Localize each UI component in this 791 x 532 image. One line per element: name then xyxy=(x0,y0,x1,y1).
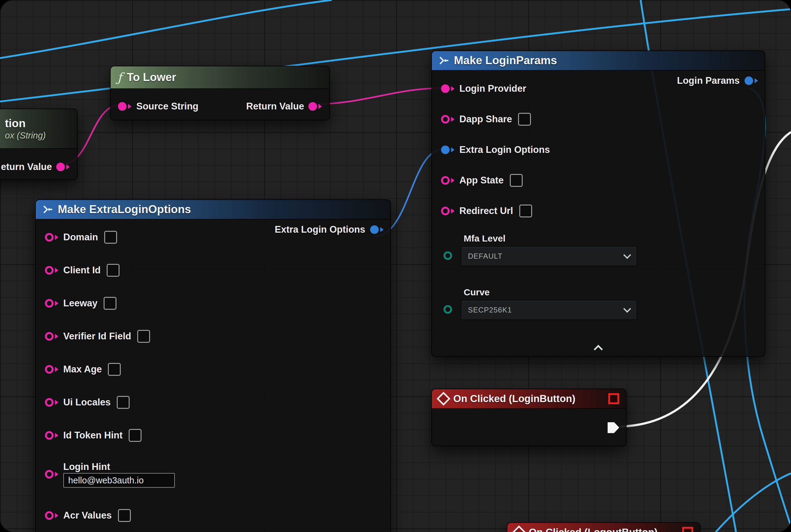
pin-source-string[interactable] xyxy=(118,102,127,111)
graph-canvas[interactable]: tion ox (String) eturn Value ƒ To Lower … xyxy=(0,0,791,532)
node-header[interactable]: ƒ To Lower xyxy=(111,66,329,89)
pin-label: Extra Login Options xyxy=(275,224,365,235)
pin-acr-values[interactable] xyxy=(45,511,54,520)
pin-row-redirect-url: Redirect Url xyxy=(432,201,765,221)
chevron-up-icon xyxy=(594,345,603,354)
pin-label: Acr Values xyxy=(63,510,112,521)
pin-redirect-url[interactable] xyxy=(441,207,449,215)
pin-login-params-output[interactable] xyxy=(745,76,753,85)
checkbox-client-id[interactable] xyxy=(107,264,119,277)
pin-label: Login Params xyxy=(677,75,740,86)
node-make-extraloginoptions[interactable]: Make ExtraLoginOptions Domain Client Id … xyxy=(35,200,391,532)
pin-label: Id Token Hint xyxy=(63,430,122,441)
node-make-loginparams[interactable]: Make LoginParams Login Provider Dapp Sha… xyxy=(431,51,765,357)
make-struct-icon xyxy=(42,204,53,215)
pin-wedge-icon xyxy=(55,268,58,273)
pin-label: Dapp Share xyxy=(459,114,512,125)
node-header[interactable]: On Clicked (LoginButton) xyxy=(432,389,626,409)
checkbox-id-token-hint[interactable] xyxy=(129,429,141,442)
wire-cyan-top-left[interactable] xyxy=(0,0,332,58)
node-subtitle: ox (String) xyxy=(5,131,46,141)
checkbox-acr-values[interactable] xyxy=(118,509,131,522)
delegate-pin-icon[interactable] xyxy=(608,393,619,404)
pin-domain[interactable] xyxy=(45,233,54,242)
node-onclicked-logoutbutton[interactable]: On Clicked (LogoutButton) xyxy=(507,522,700,532)
pin-label: eturn Value xyxy=(1,162,52,172)
checkbox-verifier-id-field[interactable] xyxy=(137,330,150,343)
pin-verifier-id-field[interactable] xyxy=(45,332,54,341)
pin-wedge-icon xyxy=(55,301,58,306)
node-header[interactable]: On Clicked (LogoutButton) xyxy=(507,523,700,532)
pin-extra-login-options-output[interactable] xyxy=(370,225,379,234)
wire-cyan-bottom-corner[interactable] xyxy=(716,473,791,532)
pin-wedge-icon xyxy=(451,86,455,91)
pin-wedge-icon xyxy=(451,117,455,122)
pin-client-id[interactable] xyxy=(45,266,54,274)
checkbox-dapp-share[interactable] xyxy=(518,113,531,126)
node-collapse-button[interactable] xyxy=(432,343,765,353)
event-diamond-icon xyxy=(512,525,526,532)
node-title: On Clicked (LoginButton) xyxy=(453,393,576,404)
pin-return-value-output[interactable] xyxy=(56,163,65,171)
pin-row-leeway: Leeway xyxy=(36,293,390,314)
wire-string-tolower-loginprovider[interactable] xyxy=(312,88,443,104)
pin-login-hint[interactable] xyxy=(45,470,54,478)
chevron-down-icon xyxy=(623,251,631,259)
pin-extra-login-options-input[interactable] xyxy=(441,146,449,154)
pin-curve[interactable] xyxy=(443,305,452,314)
pin-dapp-share[interactable] xyxy=(441,115,449,124)
pin-label: Source String xyxy=(136,101,198,112)
dropdown-value: SECP256K1 xyxy=(468,306,512,314)
checkbox-ui-locales[interactable] xyxy=(117,396,130,409)
exec-output-pin[interactable] xyxy=(607,422,619,433)
pin-mfa-level[interactable] xyxy=(443,251,452,260)
pin-wedge-icon xyxy=(55,400,58,405)
pin-row-extra-login-options-in: Extra Login Options xyxy=(432,140,765,160)
checkbox-redirect-url[interactable] xyxy=(519,205,532,217)
pin-ui-locales[interactable] xyxy=(45,398,54,407)
pin-wedge-icon xyxy=(55,367,58,372)
pin-row-id-token-hint: Id Token Hint xyxy=(36,425,390,445)
curve-dropdown[interactable]: SECP256K1 xyxy=(461,300,637,320)
pin-row-login-params-out: Login Params xyxy=(677,71,758,91)
pin-row-ui-locales: Ui Locales xyxy=(36,392,390,413)
pin-label: Login Provider xyxy=(459,83,526,94)
pin-label: Redirect Url xyxy=(459,206,513,216)
pin-wedge-icon xyxy=(55,513,58,518)
pin-label: Mfa Level xyxy=(464,232,765,245)
pin-return-value[interactable] xyxy=(308,102,317,111)
pin-wedge-icon xyxy=(55,472,58,477)
pin-row-max-age: Max Age xyxy=(36,359,390,379)
node-header[interactable]: Make ExtraLoginOptions xyxy=(36,200,390,220)
node-body xyxy=(432,409,626,446)
pin-id-token-hint[interactable] xyxy=(45,431,54,440)
node-to-lower[interactable]: ƒ To Lower Source String Return Value xyxy=(110,66,330,120)
pin-login-provider[interactable] xyxy=(441,84,449,93)
node-header[interactable]: tion ox (String) xyxy=(0,109,77,149)
node-header[interactable]: Make LoginParams xyxy=(432,51,765,71)
checkbox-max-age[interactable] xyxy=(108,363,121,376)
pin-app-state[interactable] xyxy=(441,176,449,185)
node-title: tion xyxy=(5,117,26,130)
pin-label: Extra Login Options xyxy=(459,144,550,155)
pin-label: App State xyxy=(459,175,504,186)
pin-row-app-state: App State xyxy=(432,170,765,190)
pin-leeway[interactable] xyxy=(45,299,54,308)
login-hint-input[interactable] xyxy=(63,473,175,488)
make-struct-icon xyxy=(439,55,449,66)
checkbox-app-state[interactable] xyxy=(510,174,523,187)
node-textbox-partial[interactable]: tion ox (String) eturn Value xyxy=(0,109,78,180)
pin-row-verifier-id-field: Verifier Id Field xyxy=(36,326,390,346)
checkbox-leeway[interactable] xyxy=(103,297,116,310)
pin-row-dapp-share: Dapp Share xyxy=(432,109,765,129)
pin-wedge-icon xyxy=(755,78,758,83)
checkbox-domain[interactable] xyxy=(104,231,117,244)
node-onclicked-loginbutton[interactable]: On Clicked (LoginButton) xyxy=(431,388,626,446)
node-title: Make LoginParams xyxy=(454,54,557,67)
pin-row-tolower: Source String Return Value xyxy=(111,96,329,116)
pin-label: Verifier Id Field xyxy=(63,331,131,342)
mfa-level-dropdown[interactable]: DEFAULT xyxy=(461,246,637,266)
pin-wedge-icon xyxy=(319,104,322,109)
delegate-pin-icon[interactable] xyxy=(682,527,693,532)
pin-max-age[interactable] xyxy=(45,365,54,374)
